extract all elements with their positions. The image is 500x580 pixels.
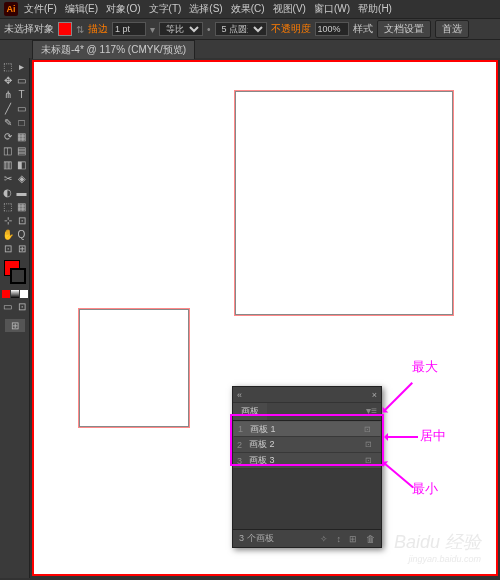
tool-2-1[interactable]: T: [15, 88, 28, 101]
style-label: 样式: [353, 22, 373, 36]
artboard-count: 3 个画板: [239, 532, 274, 545]
tool-0-0[interactable]: ⬚: [1, 60, 14, 73]
artboard-options-icon[interactable]: ⊡: [364, 425, 376, 434]
tool-1-0[interactable]: ✥: [1, 74, 14, 87]
color-mode-icon[interactable]: [2, 290, 10, 298]
tool-13-1[interactable]: ⊞: [15, 242, 28, 255]
canvas[interactable]: « × 画板▾≡ 1画板 1⊡ 2画板 2⊡ 3画板 3⊡ 3 个画板 ✧ ↕ …: [32, 60, 498, 576]
tool-2-0[interactable]: ⋔: [1, 88, 14, 101]
app-icon: Ai: [4, 2, 18, 16]
change-screen-icon[interactable]: ⊡: [15, 300, 28, 313]
tool-10-0[interactable]: ⬚: [1, 200, 14, 213]
watermark: Baidu 经验 jingyan.baidu.com: [394, 530, 481, 564]
stroke-swap-icon[interactable]: ⇅: [76, 24, 84, 35]
artboard-2[interactable]: [78, 308, 190, 428]
menu-edit[interactable]: 编辑(E): [65, 2, 98, 16]
tool-12-0[interactable]: ✋: [1, 228, 14, 241]
gradient-mode-icon[interactable]: [11, 290, 19, 298]
opacity-input[interactable]: [315, 22, 349, 36]
menu-select[interactable]: 选择(S): [189, 2, 222, 16]
artboard-row-1[interactable]: 1画板 1⊡: [233, 421, 381, 437]
tool-11-1[interactable]: ⊡: [15, 214, 28, 227]
profile-select[interactable]: 等比: [159, 22, 203, 36]
panel-close-icon[interactable]: ×: [372, 390, 377, 400]
annotation-mid: 居中: [420, 427, 446, 445]
artboard-1[interactable]: [234, 90, 454, 316]
tool-11-0[interactable]: ⊹: [1, 214, 14, 227]
no-selection-label: 未选择对象: [4, 22, 54, 36]
tool-9-0[interactable]: ◐: [1, 186, 14, 199]
menu-window[interactable]: 窗口(W): [314, 2, 350, 16]
panel-header[interactable]: « ×: [233, 387, 381, 403]
menu-file[interactable]: 文件(F): [24, 2, 57, 16]
annotation-max: 最大: [412, 358, 438, 376]
tool-6-0[interactable]: ◫: [1, 144, 14, 157]
tool-9-1[interactable]: ▬: [15, 186, 28, 199]
new-artboard-icon[interactable]: ⊞: [349, 534, 357, 544]
options-bar: 未选择对象 ⇅ 描边 ▾ 等比 • 5 点圆形 不透明度 样式 文档设置 首选: [0, 18, 500, 40]
move-down-icon[interactable]: ↕: [336, 534, 341, 544]
artboard-row-3[interactable]: 3画板 3⊡: [233, 453, 381, 469]
tool-6-1[interactable]: ▤: [15, 144, 28, 157]
expand-toolbox-icon[interactable]: ⊞: [5, 319, 25, 332]
none-mode-icon[interactable]: [20, 290, 28, 298]
main-area: ⬚▸✥▭⋔T╱▭✎□⟳▦◫▤▥◧✂◈◐▬⬚▦⊹⊡✋Q⊡⊞ ▭ ⊡ ⊞ « × 画…: [0, 58, 500, 578]
tool-5-1[interactable]: ▦: [15, 130, 28, 143]
tool-3-0[interactable]: ╱: [1, 102, 14, 115]
tool-13-0[interactable]: ⊡: [1, 242, 14, 255]
fill-swatch[interactable]: [58, 22, 72, 36]
stroke-color[interactable]: [10, 268, 26, 284]
tool-8-1[interactable]: ◈: [15, 172, 28, 185]
tool-8-0[interactable]: ✂: [1, 172, 14, 185]
panel-footer: 3 个画板 ✧ ↕ ⊞ 🗑: [233, 529, 381, 547]
artboard-options-icon[interactable]: ⊡: [365, 440, 377, 449]
doc-setup-button[interactable]: 文档设置: [377, 20, 431, 38]
fill-stroke-control[interactable]: [4, 260, 26, 284]
tool-4-1[interactable]: □: [15, 116, 28, 129]
document-tabbar: 未标题-4* @ 117% (CMYK/预览): [0, 40, 500, 58]
panel-collapse-icon[interactable]: «: [237, 390, 242, 400]
stroke-label[interactable]: 描边: [88, 22, 108, 36]
shape-select[interactable]: 5 点圆形: [215, 22, 267, 36]
menu-object[interactable]: 对象(O): [106, 2, 140, 16]
artboard-options-icon[interactable]: ⊡: [365, 456, 377, 465]
tool-12-1[interactable]: Q: [15, 228, 28, 241]
tool-3-1[interactable]: ▭: [15, 102, 28, 115]
tool-7-0[interactable]: ▥: [1, 158, 14, 171]
tool-0-1[interactable]: ▸: [15, 60, 28, 73]
panel-empty: [233, 469, 381, 529]
arrow-mid: [386, 436, 418, 438]
menubar: Ai 文件(F) 编辑(E) 对象(O) 文字(T) 选择(S) 效果(C) 视…: [0, 0, 500, 18]
panel-tab-artboards[interactable]: 画板: [233, 403, 267, 420]
menu-view[interactable]: 视图(V): [273, 2, 306, 16]
move-up-icon[interactable]: ✧: [320, 534, 328, 544]
screen-mode-icon[interactable]: ▭: [1, 300, 14, 313]
tool-5-0[interactable]: ⟳: [1, 130, 14, 143]
arrow-max: [383, 382, 413, 412]
document-tab[interactable]: 未标题-4* @ 117% (CMYK/预览): [32, 40, 195, 59]
arrow-min: [383, 462, 413, 488]
tool-10-1[interactable]: ▦: [15, 200, 28, 213]
annotation-min: 最小: [412, 480, 438, 498]
menu-type[interactable]: 文字(T): [149, 2, 182, 16]
artboards-panel: « × 画板▾≡ 1画板 1⊡ 2画板 2⊡ 3画板 3⊡ 3 个画板 ✧ ↕ …: [232, 386, 382, 548]
tool-7-1[interactable]: ◧: [15, 158, 28, 171]
menu-help[interactable]: 帮助(H): [358, 2, 392, 16]
opacity-label[interactable]: 不透明度: [271, 22, 311, 36]
tool-1-1[interactable]: ▭: [15, 74, 28, 87]
menu-effect[interactable]: 效果(C): [231, 2, 265, 16]
toolbox: ⬚▸✥▭⋔T╱▭✎□⟳▦◫▤▥◧✂◈◐▬⬚▦⊹⊡✋Q⊡⊞ ▭ ⊡ ⊞: [0, 58, 30, 578]
artboard-row-2[interactable]: 2画板 2⊡: [233, 437, 381, 453]
artboards-list: 1画板 1⊡ 2画板 2⊡ 3画板 3⊡: [233, 421, 381, 469]
delete-artboard-icon[interactable]: 🗑: [366, 534, 375, 544]
tool-4-0[interactable]: ✎: [1, 116, 14, 129]
prefs-button[interactable]: 首选: [435, 20, 469, 38]
stroke-width-input[interactable]: [112, 22, 146, 36]
